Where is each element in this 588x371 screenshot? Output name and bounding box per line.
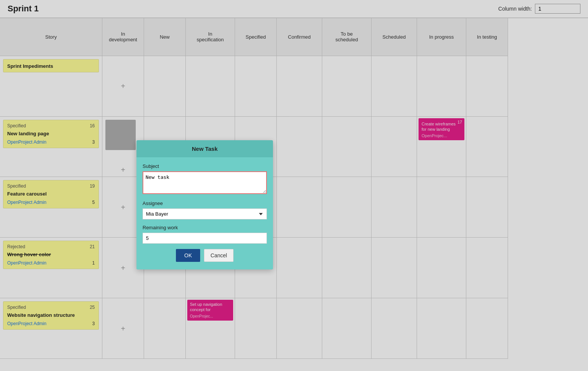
assignee-field: Assignee Mia Bayer OpenProject Admin [143, 200, 267, 219]
remaining-work-label: Remaining work [143, 225, 267, 230]
subject-label: Subject [143, 163, 267, 169]
modal-title: New Task [192, 146, 218, 152]
assignee-select[interactable]: Mia Bayer OpenProject Admin [143, 208, 267, 219]
assignee-label: Assignee [143, 200, 267, 206]
remaining-work-field: Remaining work [143, 225, 267, 244]
cancel-button[interactable]: Cancel [204, 249, 234, 262]
new-task-modal: New Task Subject New task Assignee Mia B… [136, 140, 273, 269]
subject-textarea[interactable]: New task [143, 171, 267, 194]
ok-button[interactable]: OK [176, 249, 200, 262]
modal-actions: OK Cancel [143, 249, 267, 263]
modal-header: New Task [136, 140, 273, 157]
modal-overlay: New Task Subject New task Assignee Mia B… [0, 0, 588, 359]
remaining-work-input[interactable] [143, 233, 267, 244]
modal-body: Subject New task Assignee Mia Bayer Open… [136, 157, 273, 269]
subject-field: Subject New task [143, 163, 267, 195]
